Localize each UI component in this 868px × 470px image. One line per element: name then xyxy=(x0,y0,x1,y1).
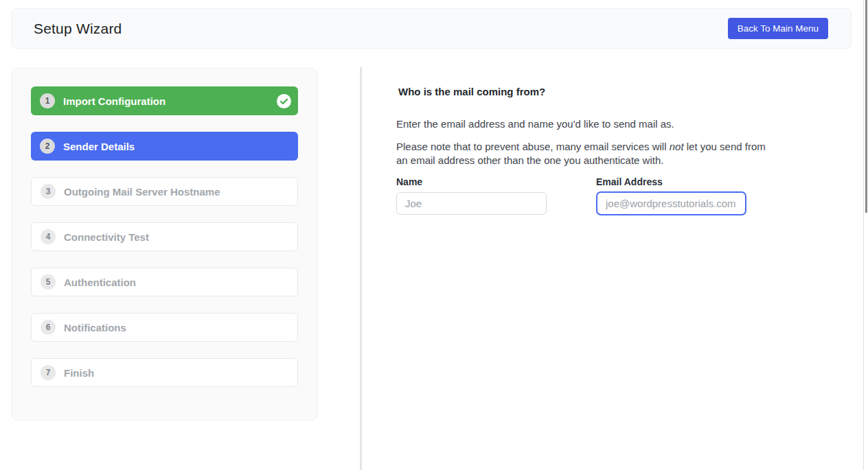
vertical-divider xyxy=(360,67,362,470)
check-circle-icon xyxy=(277,94,291,108)
intro-paragraph: Enter the email address and name you'd l… xyxy=(396,117,674,130)
vertical-scrollbar-track[interactable] xyxy=(863,0,868,470)
name-input[interactable] xyxy=(396,192,547,215)
content-heading: Who is the mail coming from? xyxy=(398,86,545,98)
email-field-label: Email Address xyxy=(596,176,663,187)
step-label: Outgoing Mail Server Hostname xyxy=(64,186,290,198)
step-sender-details[interactable]: 2 Sender Details xyxy=(31,132,298,161)
step-notifications[interactable]: 6 Notifications xyxy=(31,313,298,342)
step-number-badge: 1 xyxy=(40,93,55,108)
step-label: Authentication xyxy=(64,277,290,288)
step-number-badge: 4 xyxy=(41,229,56,244)
step-label: Sender Details xyxy=(63,141,291,152)
back-to-main-menu-button[interactable]: Back To Main Menu xyxy=(728,18,828,39)
abuse-note-paragraph: Please note that to prevent abuse, many … xyxy=(396,140,777,167)
step-outgoing-mail-server-hostname[interactable]: 3 Outgoing Mail Server Hostname xyxy=(31,177,298,206)
email-input[interactable] xyxy=(596,191,746,215)
step-number-badge: 7 xyxy=(41,365,56,380)
step-number-badge: 5 xyxy=(41,274,56,290)
step-number-badge: 3 xyxy=(41,184,56,199)
step-label: Connectivity Test xyxy=(64,231,290,243)
page-title: Setup Wizard xyxy=(34,21,122,37)
step-label: Import Configuration xyxy=(63,95,277,107)
note-text-italic: not xyxy=(670,141,684,152)
step-label: Finish xyxy=(64,367,290,379)
step-connectivity-test[interactable]: 4 Connectivity Test xyxy=(31,222,298,251)
step-authentication[interactable]: 5 Authentication xyxy=(31,268,298,296)
wizard-steps-panel: 1 Import Configuration 2 Sender Details … xyxy=(11,68,318,421)
step-number-badge: 2 xyxy=(40,139,55,154)
header-bar: Setup Wizard Back To Main Menu xyxy=(11,8,852,49)
name-field-label: Name xyxy=(396,176,422,187)
note-text-before: Please note that to prevent abuse, many … xyxy=(396,141,670,152)
vertical-scrollbar-thumb[interactable] xyxy=(865,0,867,213)
step-label: Notifications xyxy=(64,322,290,333)
step-number-badge: 6 xyxy=(41,320,56,335)
step-finish[interactable]: 7 Finish xyxy=(31,358,298,387)
step-import-configuration[interactable]: 1 Import Configuration xyxy=(31,86,298,115)
